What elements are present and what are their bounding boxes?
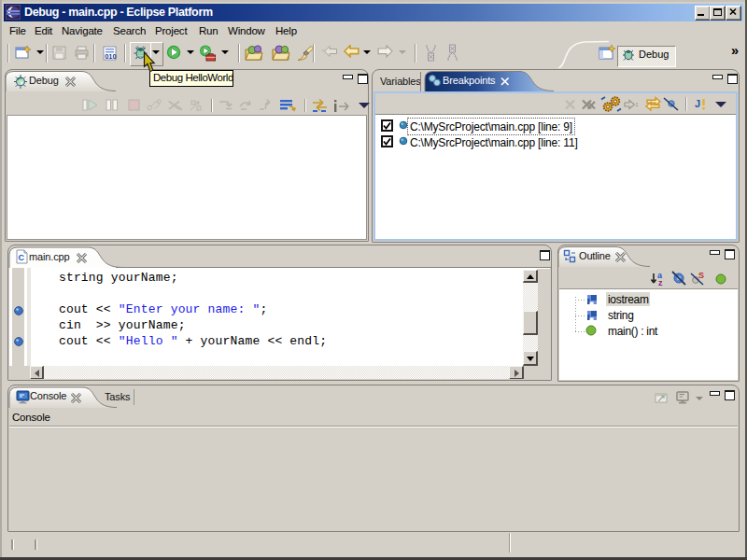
svg-text:z: z [658, 278, 663, 287]
svg-text:J: J [695, 98, 700, 109]
svg-text:S: S [698, 271, 704, 280]
svg-text:C: C [18, 253, 24, 262]
svg-text:010: 010 [105, 52, 117, 61]
